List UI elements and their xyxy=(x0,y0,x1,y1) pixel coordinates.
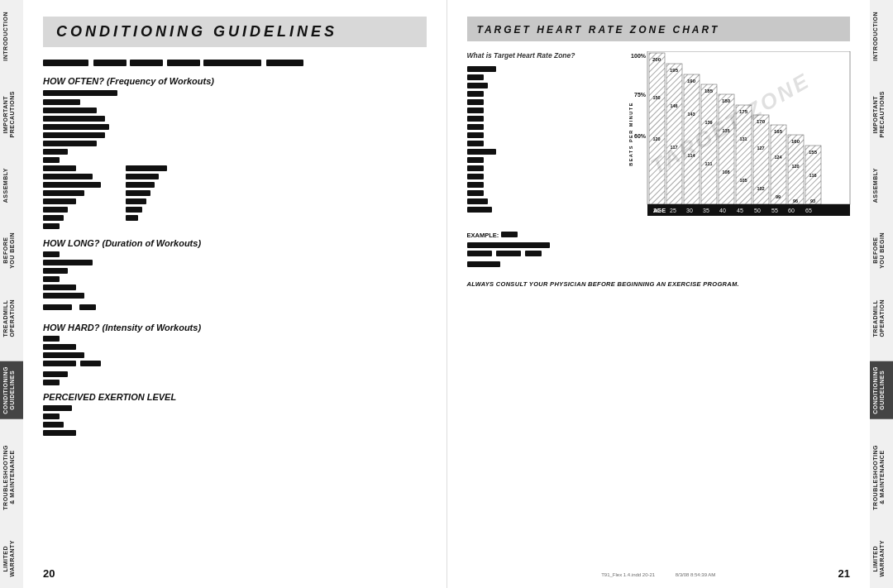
perceived-exertion-title: PERCEIVED EXERTION LEVEL xyxy=(43,392,427,402)
svg-text:50: 50 xyxy=(754,208,761,213)
sidebar-item-operation-left[interactable]: TREADMILLOPERATION xyxy=(0,294,23,342)
how-often-body xyxy=(43,89,427,98)
physician-text: ALWAYS CONSULT YOUR PHYSICIAN BEFORE BEG… xyxy=(467,280,851,288)
svg-text:99: 99 xyxy=(776,194,781,199)
svg-text:20: 20 xyxy=(653,208,660,213)
sidebar-item-assembly-left[interactable]: ASSEMBLY xyxy=(0,163,23,208)
svg-text:96: 96 xyxy=(793,198,798,203)
how-long-title: HOW LONG? (Duration of Workouts) xyxy=(43,238,427,248)
main-content: CONDITIONING GUIDELINES HOW OFTEN? (Freq… xyxy=(23,0,870,588)
sidebar-item-before-left[interactable]: BEFOREYOU BEGIN xyxy=(0,227,23,274)
hr-zone-chart: 100% 75% 60% xyxy=(623,51,854,225)
svg-text:105: 105 xyxy=(739,178,747,183)
sidebar-item-conditioning-left[interactable]: CONDITIONINGGUIDELINES xyxy=(0,361,23,419)
svg-text:165: 165 xyxy=(774,129,783,134)
chart-left-text xyxy=(467,66,613,213)
svg-text:108: 108 xyxy=(722,170,729,174)
svg-text:120: 120 xyxy=(652,136,660,141)
svg-text:150: 150 xyxy=(652,95,660,100)
sidebar-item-warranty-right[interactable]: LIMITEDWARRANTY xyxy=(870,535,893,581)
example-section: EXAMPLE: xyxy=(467,232,851,267)
svg-text:40: 40 xyxy=(719,208,726,213)
left-sidebar: INTRODUCTION IMPORTANTPRECAUTIONS ASSEMB… xyxy=(0,0,23,588)
how-often-content xyxy=(43,99,427,163)
svg-text:93: 93 xyxy=(810,198,815,203)
svg-text:114: 114 xyxy=(687,153,695,158)
svg-text:55: 55 xyxy=(771,208,778,213)
svg-text:60: 60 xyxy=(788,208,795,213)
page-number-right: 21 xyxy=(838,567,850,580)
sidebar-item-introduction-left[interactable]: INTRODUCTION xyxy=(0,7,23,66)
svg-text:131: 131 xyxy=(739,136,747,141)
sidebar-item-assembly-right[interactable]: ASSEMBLY xyxy=(870,163,893,208)
sidebar-item-troubleshooting-right[interactable]: TROUBLESHOOTING& MAINTENANCE xyxy=(870,440,893,515)
sidebar-item-before-right[interactable]: BEFOREYOU BEGIN xyxy=(870,227,893,274)
svg-rect-12 xyxy=(788,135,804,204)
svg-text:190: 190 xyxy=(687,79,696,84)
title-box: CONDITIONING GUIDELINES xyxy=(43,17,427,47)
svg-text:200: 200 xyxy=(652,57,661,62)
svg-rect-4 xyxy=(649,53,665,204)
svg-text:35: 35 xyxy=(703,208,709,213)
how-hard-title: HOW HARD? (Intensity of Workouts) xyxy=(43,323,427,332)
how-hard-content xyxy=(43,336,427,385)
svg-text:25: 25 xyxy=(670,208,676,213)
sidebar-item-warranty-left[interactable]: LIMITEDWARRANTY xyxy=(0,535,23,581)
svg-text:195: 195 xyxy=(670,68,679,73)
chart-title-box: TARGET HEART RATE ZONE CHART xyxy=(467,17,851,41)
svg-rect-16 xyxy=(647,204,850,216)
svg-text:139: 139 xyxy=(704,120,712,125)
svg-text:45: 45 xyxy=(737,208,743,213)
sidebar-item-precautions-left[interactable]: IMPORTANTPRECAUTIONS xyxy=(0,86,23,142)
page-title: CONDITIONING GUIDELINES xyxy=(56,23,337,40)
svg-text:175: 175 xyxy=(739,109,748,114)
how-often-title: HOW OFTEN? (Frequency of Workouts) xyxy=(43,76,427,86)
svg-text:127: 127 xyxy=(757,146,764,151)
example-content xyxy=(467,242,851,267)
svg-text:170: 170 xyxy=(757,119,766,124)
sidebar-item-troubleshooting-left[interactable]: TROUBLESHOOTING& MAINTENANCE xyxy=(0,440,23,515)
svg-text:117: 117 xyxy=(670,145,677,150)
svg-text:146: 146 xyxy=(670,103,677,108)
svg-text:135: 135 xyxy=(722,128,729,133)
svg-text:111: 111 xyxy=(704,161,712,166)
svg-rect-11 xyxy=(771,125,786,204)
svg-text:100%: 100% xyxy=(631,53,647,59)
svg-text:124: 124 xyxy=(774,155,782,160)
svg-text:30: 30 xyxy=(686,208,693,213)
right-sidebar: INTRODUCTION IMPORTANTPRECAUTIONS ASSEMB… xyxy=(870,0,893,588)
intro-text xyxy=(43,59,427,68)
file-info: T91_Flex 1.4.indd 20-21 8/3/08 8:54:39 A… xyxy=(601,565,715,580)
perceived-exertion-content xyxy=(43,405,427,428)
sidebar-item-conditioning-right[interactable]: CONDITIONINGGUIDELINES xyxy=(870,361,893,419)
page-number-left: 20 xyxy=(43,567,55,580)
svg-text:60%: 60% xyxy=(634,133,647,139)
page-right: TARGET HEART RATE ZONE CHART What is Tar… xyxy=(447,0,871,588)
chart-title: TARGET HEART RATE ZONE CHART xyxy=(477,24,720,36)
svg-text:116: 116 xyxy=(809,173,816,178)
svg-text:120: 120 xyxy=(791,164,799,169)
svg-text:160: 160 xyxy=(791,139,800,144)
sidebar-item-precautions-right[interactable]: IMPORTANTPRECAUTIONS xyxy=(870,86,893,142)
sidebar-item-operation-right[interactable]: TREADMILLOPERATION xyxy=(870,294,893,342)
svg-text:BEATS PER MINUTE: BEATS PER MINUTE xyxy=(628,102,633,166)
chart-description: What is Target Heart Rate Zone? xyxy=(467,51,613,225)
example-label: EXAMPLE: xyxy=(467,232,851,240)
hr-zone-svg: 100% 75% 60% xyxy=(623,51,854,225)
sidebar-item-introduction-right[interactable]: INTRODUCTION xyxy=(870,7,893,66)
svg-text:102: 102 xyxy=(757,186,764,191)
svg-text:155: 155 xyxy=(809,150,818,155)
svg-text:185: 185 xyxy=(704,88,714,93)
chart-subtitle: What is Target Heart Rate Zone? xyxy=(467,51,613,60)
page-left: CONDITIONING GUIDELINES HOW OFTEN? (Freq… xyxy=(23,0,447,588)
svg-rect-5 xyxy=(666,64,682,204)
how-long-content xyxy=(43,251,427,316)
svg-text:75%: 75% xyxy=(634,92,647,98)
svg-text:143: 143 xyxy=(687,112,695,117)
svg-text:180: 180 xyxy=(722,98,731,103)
svg-text:65: 65 xyxy=(805,208,812,213)
